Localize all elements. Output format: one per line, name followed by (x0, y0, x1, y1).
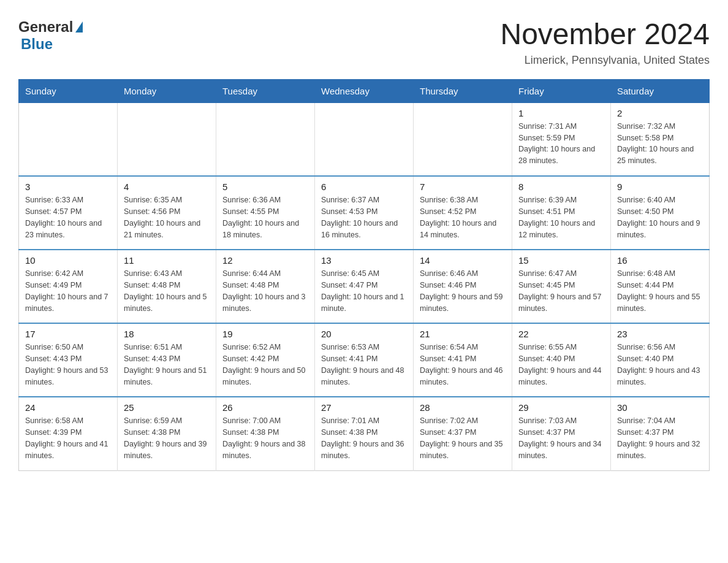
day-number: 9 (617, 182, 703, 192)
day-info: Sunrise: 6:44 AM Sunset: 4:48 PM Dayligh… (222, 268, 308, 314)
header-thursday: Thursday (414, 79, 512, 102)
day-cell: 9Sunrise: 6:40 AM Sunset: 4:50 PM Daylig… (611, 176, 710, 250)
day-number: 7 (420, 182, 506, 192)
day-number: 11 (124, 255, 210, 266)
header-wednesday: Wednesday (315, 79, 414, 102)
week-row-4: 17Sunrise: 6:50 AM Sunset: 4:43 PM Dayli… (19, 323, 710, 397)
header-tuesday: Tuesday (216, 79, 315, 102)
day-info: Sunrise: 6:59 AM Sunset: 4:38 PM Dayligh… (124, 415, 210, 461)
day-cell: 30Sunrise: 7:04 AM Sunset: 4:37 PM Dayli… (611, 397, 710, 470)
day-number: 4 (124, 182, 210, 192)
day-info: Sunrise: 6:52 AM Sunset: 4:42 PM Dayligh… (222, 342, 308, 388)
day-number: 22 (518, 329, 604, 339)
day-cell: 19Sunrise: 6:52 AM Sunset: 4:42 PM Dayli… (216, 323, 315, 397)
day-number: 13 (321, 255, 407, 266)
day-cell: 22Sunrise: 6:55 AM Sunset: 4:40 PM Dayli… (512, 323, 611, 397)
day-info: Sunrise: 7:00 AM Sunset: 4:38 PM Dayligh… (222, 415, 308, 461)
day-cell: 26Sunrise: 7:00 AM Sunset: 4:38 PM Dayli… (216, 397, 315, 470)
header-friday: Friday (512, 79, 611, 102)
day-cell: 28Sunrise: 7:02 AM Sunset: 4:37 PM Dayli… (414, 397, 512, 470)
day-number: 15 (518, 255, 604, 266)
week-row-1: 1Sunrise: 7:31 AM Sunset: 5:59 PM Daylig… (19, 102, 710, 176)
day-info: Sunrise: 6:40 AM Sunset: 4:50 PM Dayligh… (617, 194, 703, 240)
day-cell: 12Sunrise: 6:44 AM Sunset: 4:48 PM Dayli… (216, 250, 315, 323)
day-info: Sunrise: 6:36 AM Sunset: 4:55 PM Dayligh… (222, 194, 308, 240)
day-cell: 29Sunrise: 7:03 AM Sunset: 4:37 PM Dayli… (512, 397, 611, 470)
day-cell: 16Sunrise: 6:48 AM Sunset: 4:44 PM Dayli… (611, 250, 710, 323)
day-number: 29 (518, 402, 604, 413)
day-number: 17 (25, 329, 111, 339)
day-cell: 24Sunrise: 6:58 AM Sunset: 4:39 PM Dayli… (19, 397, 118, 470)
subtitle: Limerick, Pennsylvania, United States (500, 54, 710, 67)
day-cell: 2Sunrise: 7:32 AM Sunset: 5:58 PM Daylig… (611, 102, 710, 176)
day-number: 30 (617, 402, 703, 413)
day-info: Sunrise: 7:32 AM Sunset: 5:58 PM Dayligh… (617, 121, 703, 167)
day-info: Sunrise: 6:58 AM Sunset: 4:39 PM Dayligh… (25, 415, 111, 461)
logo-blue-text: Blue (21, 36, 53, 52)
page-header: General Blue November 2024 Limerick, Pen… (18, 18, 710, 67)
calendar-table: Sunday Monday Tuesday Wednesday Thursday… (18, 79, 710, 471)
day-info: Sunrise: 6:48 AM Sunset: 4:44 PM Dayligh… (617, 268, 703, 314)
day-info: Sunrise: 7:03 AM Sunset: 4:37 PM Dayligh… (518, 415, 604, 461)
day-info: Sunrise: 6:33 AM Sunset: 4:57 PM Dayligh… (25, 194, 111, 240)
day-info: Sunrise: 6:43 AM Sunset: 4:48 PM Dayligh… (124, 268, 210, 314)
day-number: 20 (321, 329, 407, 339)
calendar-header-row: Sunday Monday Tuesday Wednesday Thursday… (19, 79, 710, 102)
day-number: 26 (222, 402, 308, 413)
day-cell: 25Sunrise: 6:59 AM Sunset: 4:38 PM Dayli… (118, 397, 216, 470)
main-title: November 2024 (500, 18, 710, 51)
day-number: 12 (222, 255, 308, 266)
day-cell: 27Sunrise: 7:01 AM Sunset: 4:38 PM Dayli… (315, 397, 414, 470)
day-cell: 7Sunrise: 6:38 AM Sunset: 4:52 PM Daylig… (414, 176, 512, 250)
day-number: 16 (617, 255, 703, 266)
day-info: Sunrise: 6:54 AM Sunset: 4:41 PM Dayligh… (420, 342, 506, 388)
day-info: Sunrise: 6:35 AM Sunset: 4:56 PM Dayligh… (124, 194, 210, 240)
day-number: 21 (420, 329, 506, 339)
day-number: 23 (617, 329, 703, 339)
week-row-2: 3Sunrise: 6:33 AM Sunset: 4:57 PM Daylig… (19, 176, 710, 250)
day-number: 10 (25, 255, 111, 266)
logo-triangle-icon (75, 21, 83, 33)
day-info: Sunrise: 6:42 AM Sunset: 4:49 PM Dayligh… (25, 268, 111, 314)
day-number: 18 (124, 329, 210, 339)
day-number: 14 (420, 255, 506, 266)
day-cell (216, 102, 315, 176)
day-info: Sunrise: 6:45 AM Sunset: 4:47 PM Dayligh… (321, 268, 407, 314)
day-cell: 6Sunrise: 6:37 AM Sunset: 4:53 PM Daylig… (315, 176, 414, 250)
day-info: Sunrise: 7:31 AM Sunset: 5:59 PM Dayligh… (518, 121, 604, 167)
day-cell: 10Sunrise: 6:42 AM Sunset: 4:49 PM Dayli… (19, 250, 118, 323)
day-info: Sunrise: 6:37 AM Sunset: 4:53 PM Dayligh… (321, 194, 407, 240)
day-cell: 14Sunrise: 6:46 AM Sunset: 4:46 PM Dayli… (414, 250, 512, 323)
day-cell: 4Sunrise: 6:35 AM Sunset: 4:56 PM Daylig… (118, 176, 216, 250)
logo: General Blue (18, 18, 83, 53)
day-info: Sunrise: 7:04 AM Sunset: 4:37 PM Dayligh… (617, 415, 703, 461)
day-cell: 5Sunrise: 6:36 AM Sunset: 4:55 PM Daylig… (216, 176, 315, 250)
day-info: Sunrise: 6:50 AM Sunset: 4:43 PM Dayligh… (25, 342, 111, 388)
day-cell: 21Sunrise: 6:54 AM Sunset: 4:41 PM Dayli… (414, 323, 512, 397)
day-cell: 15Sunrise: 6:47 AM Sunset: 4:45 PM Dayli… (512, 250, 611, 323)
day-cell: 17Sunrise: 6:50 AM Sunset: 4:43 PM Dayli… (19, 323, 118, 397)
day-number: 28 (420, 402, 506, 413)
day-cell: 13Sunrise: 6:45 AM Sunset: 4:47 PM Dayli… (315, 250, 414, 323)
week-row-3: 10Sunrise: 6:42 AM Sunset: 4:49 PM Dayli… (19, 250, 710, 323)
day-cell: 1Sunrise: 7:31 AM Sunset: 5:59 PM Daylig… (512, 102, 611, 176)
header-saturday: Saturday (611, 79, 710, 102)
day-cell: 23Sunrise: 6:56 AM Sunset: 4:40 PM Dayli… (611, 323, 710, 397)
day-number: 27 (321, 402, 407, 413)
day-number: 6 (321, 182, 407, 192)
day-info: Sunrise: 6:46 AM Sunset: 4:46 PM Dayligh… (420, 268, 506, 314)
day-cell: 20Sunrise: 6:53 AM Sunset: 4:41 PM Dayli… (315, 323, 414, 397)
day-number: 8 (518, 182, 604, 192)
day-cell: 18Sunrise: 6:51 AM Sunset: 4:43 PM Dayli… (118, 323, 216, 397)
day-info: Sunrise: 6:56 AM Sunset: 4:40 PM Dayligh… (617, 342, 703, 388)
day-cell: 8Sunrise: 6:39 AM Sunset: 4:51 PM Daylig… (512, 176, 611, 250)
day-number: 5 (222, 182, 308, 192)
header-monday: Monday (118, 79, 216, 102)
logo-general-text: General (18, 18, 73, 36)
day-number: 3 (25, 182, 111, 192)
day-cell (118, 102, 216, 176)
day-info: Sunrise: 7:02 AM Sunset: 4:37 PM Dayligh… (420, 415, 506, 461)
day-info: Sunrise: 6:38 AM Sunset: 4:52 PM Dayligh… (420, 194, 506, 240)
header-sunday: Sunday (19, 79, 118, 102)
day-info: Sunrise: 6:39 AM Sunset: 4:51 PM Dayligh… (518, 194, 604, 240)
